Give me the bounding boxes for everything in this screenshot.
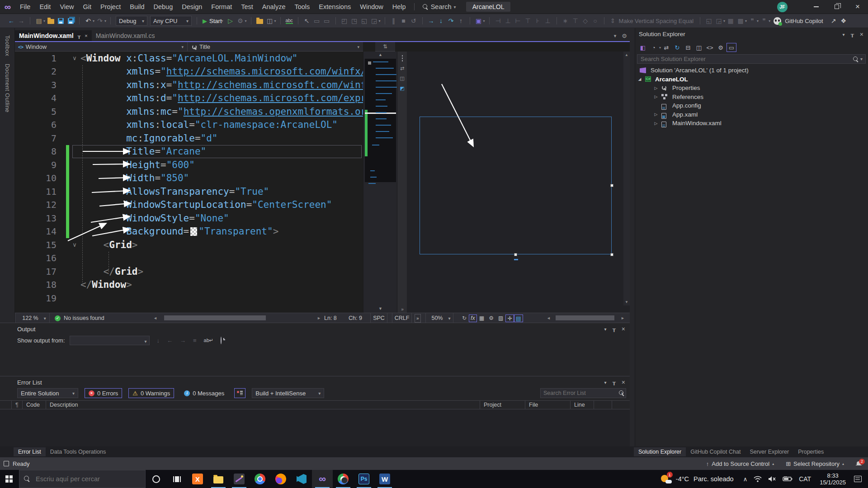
menu-item-help[interactable]: Help xyxy=(388,0,410,14)
properties-icon[interactable]: ⚙ xyxy=(716,43,726,52)
bookmark-1-icon[interactable]: ◰ xyxy=(340,16,349,26)
menu-item-design[interactable]: Design xyxy=(177,0,207,14)
column-header-code[interactable]: Code xyxy=(23,401,46,409)
code-line-1[interactable]: 1∨<Window x:Class="ArcaneLOL.MainWindow" xyxy=(15,52,363,65)
menu-item-debug[interactable]: Debug xyxy=(149,0,177,14)
code-line-9[interactable]: 9 Height="600" xyxy=(15,158,363,172)
code-line-8[interactable]: 8 Title="Arcane" xyxy=(15,145,363,159)
expander-icon[interactable]: ▷ xyxy=(653,94,659,99)
quote-1-icon[interactable]: ❞ xyxy=(748,16,757,26)
effects-fx-button[interactable]: fx xyxy=(469,314,477,322)
scroll-down-icon[interactable]: ▼ xyxy=(625,300,628,304)
weather-widget[interactable]: 1 -4°C Parc. soleado xyxy=(660,474,734,484)
taskbar-search-input[interactable] xyxy=(35,475,141,483)
quote-2-icon[interactable]: ❞ xyxy=(760,16,769,26)
code-line-4[interactable]: 4 xmlns:d="http://schemas.microsoft.com/… xyxy=(15,92,363,105)
volume-muted-icon[interactable] xyxy=(768,476,776,482)
taskbar-app-xampp[interactable]: X xyxy=(187,470,208,488)
word-wrap-icon[interactable]: ab↵ xyxy=(204,338,213,343)
align-centers-icon[interactable]: ⊥ xyxy=(504,16,513,26)
pause-icon[interactable]: ∥ xyxy=(389,16,398,26)
search-solution-explorer-input[interactable] xyxy=(637,56,853,62)
document-tab-mainwindow.xaml[interactable]: MainWindow.xaml┰× xyxy=(15,30,92,41)
copilot-chat-icon[interactable]: ❖ xyxy=(839,16,848,26)
prev-message-icon[interactable]: ← xyxy=(167,337,173,344)
action-center-icon[interactable] xyxy=(854,476,862,482)
menu-item-window[interactable]: Window xyxy=(355,0,388,14)
undo-icon[interactable]: ↶ xyxy=(84,16,93,26)
code-line-2[interactable]: 2 xmlns="http://schemas.microsoft.com/wi… xyxy=(15,65,363,79)
taskbar-app-firefox[interactable] xyxy=(270,470,291,488)
code-line-10[interactable]: 10 Width="850" xyxy=(15,172,363,185)
align-middles-icon[interactable]: ⊦ xyxy=(533,16,542,26)
refresh-icon[interactable]: ↻ xyxy=(672,43,682,52)
code-line-19[interactable]: 19 xyxy=(15,291,363,305)
taskbar-app-vscode[interactable] xyxy=(291,470,312,488)
battery-charging-icon[interactable] xyxy=(783,476,793,482)
collapse-bottom-icon[interactable]: » xyxy=(397,307,407,312)
scroll-up-icon[interactable]: ▲ xyxy=(363,52,397,57)
taskbar-app-explorer[interactable] xyxy=(208,470,229,488)
resize-handle-bottom[interactable] xyxy=(514,253,517,256)
collapse-all-icon[interactable]: ⊟ xyxy=(683,43,693,52)
restart-icon[interactable]: ↺ xyxy=(409,16,418,26)
code-horizontal-scrollbar[interactable] xyxy=(160,315,316,321)
code-line-15[interactable]: 15∨ <Grid> xyxy=(15,238,363,252)
preview-selected-icon[interactable]: ▭ xyxy=(726,43,736,52)
designer-zoom-dropdown[interactable]: 50% ▾ xyxy=(425,313,453,323)
add-item-icon[interactable] xyxy=(255,16,264,26)
side-tab-document-outline[interactable]: Document Outline xyxy=(4,59,10,113)
size-same-width-icon[interactable]: ∗ xyxy=(561,16,570,26)
bottom-tab-data-tools-operations[interactable]: Data Tools Operations xyxy=(46,447,110,456)
tree-item-app-config[interactable]: App.config xyxy=(635,101,868,110)
horizontal-split-icon[interactable]: ◫ xyxy=(399,75,406,81)
stop-icon[interactable]: ■ xyxy=(399,16,408,26)
solution-configurations-dropdown[interactable]: Debug▾ xyxy=(116,16,147,26)
code-line-3[interactable]: 3 xmlns:x="http://schemas.microsoft.com/… xyxy=(15,78,363,92)
code-line-6[interactable]: 6 xmlns:local="clr-namespace:ArcaneLOL" xyxy=(15,118,363,132)
taskbar-app-snip[interactable] xyxy=(229,470,250,488)
restore-button[interactable] xyxy=(826,0,847,14)
scope-dropdown[interactable]: Entire Solution ▾ xyxy=(17,388,78,398)
step-over-icon[interactable]: ↷ xyxy=(447,16,456,26)
zoom-icon[interactable]: ○ xyxy=(591,16,600,26)
editor-split-handle[interactable]: ⇅ xyxy=(375,42,395,52)
next-message-icon[interactable]: → xyxy=(180,337,186,344)
new-project-icon[interactable]: ▤ xyxy=(34,16,43,26)
taskbar-app-chrome[interactable] xyxy=(250,470,270,488)
live-visual-tree-icon[interactable]: ▣ xyxy=(474,16,483,26)
github-copilot-button[interactable]: GitHub Copilot xyxy=(774,17,826,25)
tree-item-references[interactable]: ▷References xyxy=(635,93,868,102)
scrollbar-thumb[interactable] xyxy=(164,315,266,320)
close-button[interactable]: × xyxy=(847,0,868,14)
taskbar-search-box[interactable] xyxy=(19,470,146,488)
window-menu-chevron-icon[interactable]: ▾ xyxy=(604,327,607,332)
item-right-icon[interactable]: ▭ xyxy=(322,16,331,26)
pane-chevrons-icon[interactable]: » xyxy=(415,313,421,323)
share-icon[interactable]: ↗ xyxy=(829,16,838,26)
window-layout-icon[interactable]: ◫ xyxy=(265,16,274,26)
close-icon[interactable]: × xyxy=(85,33,87,38)
align-rights-icon[interactable]: ⊢ xyxy=(514,16,523,26)
start-button[interactable] xyxy=(5,475,13,483)
document-tab-mainwindow.xaml.cs[interactable]: MainWindow.xaml.cs xyxy=(92,30,159,41)
window-menu-chevron-icon[interactable]: ▾ xyxy=(604,380,607,385)
output-source-dropdown[interactable]: ▾ xyxy=(70,336,150,345)
select-repository-button[interactable]: ⊞ Select Repository ▴ xyxy=(786,460,844,467)
start-without-debugging-icon[interactable]: ▷ xyxy=(226,16,235,26)
window-menu-chevron-icon[interactable]: ▾ xyxy=(843,32,845,37)
expander-icon[interactable]: ▷ xyxy=(653,112,659,117)
errors-filter-button[interactable]: × 0 Errors xyxy=(85,388,122,398)
save-all-icon[interactable] xyxy=(66,16,75,26)
notifications-bell-icon[interactable]: 2 xyxy=(856,461,862,467)
taskbar-app-chrome-profile[interactable] xyxy=(333,470,354,488)
layout-mask-icon[interactable]: ▩ xyxy=(736,16,745,26)
code-line-5[interactable]: 5 xmlns:mc="http://schemas.openxmlformat… xyxy=(15,105,363,118)
nav-back-icon[interactable]: ← xyxy=(7,16,16,26)
designer-vertical-scrollbar[interactable]: ▲ ▼ xyxy=(623,52,630,305)
taskbar-app-photoshop[interactable]: Ps xyxy=(354,470,374,488)
menu-item-file[interactable]: File xyxy=(15,0,35,14)
bookmark-2-icon[interactable]: ◳ xyxy=(350,16,359,26)
view-code-icon[interactable]: <> xyxy=(705,43,715,52)
menu-item-project[interactable]: Project xyxy=(96,0,125,14)
